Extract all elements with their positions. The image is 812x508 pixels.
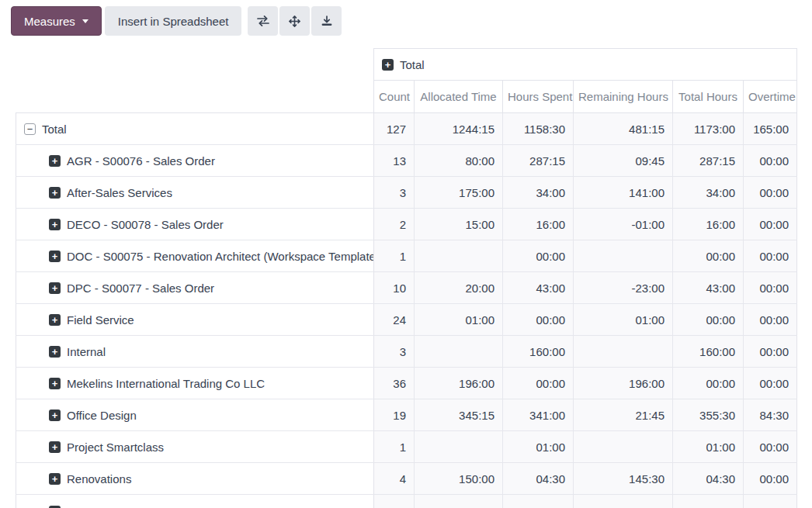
pivot-value-cell: 160:00 xyxy=(673,336,744,368)
pivot-value-cell: 00:00 xyxy=(503,240,574,272)
row-header-label: AGR - S00076 - Sales Order xyxy=(67,154,215,168)
pivot-value-cell: 43:00 xyxy=(503,272,574,304)
expand-plus-icon: + xyxy=(382,59,394,71)
row-header[interactable]: +DPC - S00077 - Sales Order xyxy=(16,272,374,304)
pivot-value-cell: 04:30 xyxy=(673,463,744,495)
pivot-value-cell: 287:15 xyxy=(503,145,574,177)
chevron-down-icon xyxy=(82,19,88,23)
row-header-label: DECO - S00078 - Sales Order xyxy=(67,218,224,231)
row-header[interactable]: +DOC - S00075 - Renovation Architect (Wo… xyxy=(16,240,374,272)
row-header[interactable]: +Renovations xyxy=(16,463,374,495)
expand-plus-icon: + xyxy=(49,219,61,230)
measure-header-hours-spent[interactable]: Hours Spent xyxy=(503,81,574,113)
pivot-value-cell: 1 xyxy=(374,431,415,463)
row-header[interactable]: +DECO - S00078 - Sales Order xyxy=(16,209,374,240)
row-header[interactable]: +Mekelins International Trading Co LLC xyxy=(16,368,374,399)
pivot-value-cell: 84:30 xyxy=(744,399,797,431)
pivot-value-cell: 1158:30 xyxy=(503,113,574,145)
pivot-value-cell: 4 xyxy=(374,463,415,495)
pivot-value-cell: 00:00 xyxy=(503,304,574,336)
row-header[interactable]: + xyxy=(16,495,374,508)
measure-header-allocated-time[interactable]: Allocated Time xyxy=(415,81,503,113)
pivot-value-cell: 00:00 xyxy=(744,240,797,272)
row-header-label: Renovations xyxy=(67,472,131,486)
pivot-value-cell: 1173:00 xyxy=(673,113,744,145)
pivot-value-cell: 00:00 xyxy=(744,463,797,495)
expand-plus-icon: + xyxy=(49,282,61,294)
pivot-value-cell: 165:00 xyxy=(744,113,797,145)
row-header-label: Office Design xyxy=(67,409,137,422)
expand-plus-icon: + xyxy=(49,506,61,508)
pivot-view-page: Measures Insert in Spreadsheet xyxy=(0,0,812,508)
download-icon xyxy=(321,15,333,27)
expand-plus-icon: + xyxy=(49,378,61,389)
header-spacer xyxy=(16,49,374,81)
pivot-value-cell: -23:00 xyxy=(574,272,673,304)
row-header-label: Mekelins International Trading Co LLC xyxy=(67,377,265,390)
measures-button[interactable]: Measures xyxy=(11,6,102,36)
row-header[interactable]: −Total xyxy=(16,113,374,145)
pivot-value-cell: 341:00 xyxy=(503,399,574,431)
row-header[interactable]: +Project Smartclass xyxy=(16,431,374,463)
table-row: +Project Smartclass101:0001:0000:00 xyxy=(16,431,797,463)
pivot-value-cell: 2 xyxy=(374,209,415,240)
row-header[interactable]: +AGR - S00076 - Sales Order xyxy=(16,145,374,177)
table-row: +DOC - S00075 - Renovation Architect (Wo… xyxy=(16,240,797,272)
measure-header-remaining-hours[interactable]: Remaining Hours xyxy=(574,81,673,113)
flip-axis-button[interactable] xyxy=(248,6,278,36)
pivot-value-cell xyxy=(574,336,673,368)
row-header-label: DPC - S00077 - Sales Order xyxy=(67,282,214,295)
pivot-value-cell: 287:15 xyxy=(673,145,744,177)
expand-plus-icon: + xyxy=(49,251,61,262)
table-row: +DPC - S00077 - Sales Order1020:0043:00-… xyxy=(16,272,797,304)
column-group-total-header[interactable]: + Total xyxy=(374,49,797,81)
expand-plus-icon: + xyxy=(49,187,61,199)
pivot-value-cell: 00:00 xyxy=(673,368,744,399)
pivot-value-cell xyxy=(415,240,503,272)
expand-plus-icon: + xyxy=(49,314,61,326)
pivot-value-cell xyxy=(673,495,744,508)
pivot-value-cell: 34:00 xyxy=(503,177,574,209)
expand-plus-icon: + xyxy=(49,441,61,453)
row-header[interactable]: +Internal xyxy=(16,336,374,368)
pivot-value-cell: 127 xyxy=(374,113,415,145)
pivot-value-cell xyxy=(415,495,503,508)
pivot-value-cell: 20:00 xyxy=(415,272,503,304)
measure-header-total-hours[interactable]: Total Hours xyxy=(673,81,744,113)
column-group-row: + Total xyxy=(16,49,797,81)
insert-in-spreadsheet-button[interactable]: Insert in Spreadsheet xyxy=(105,6,242,36)
row-header[interactable]: +After-Sales Services xyxy=(16,177,374,209)
pivot-value-cell: 196:00 xyxy=(415,368,503,399)
pivot-value-cell: 36 xyxy=(374,368,415,399)
pivot-value-cell xyxy=(415,431,503,463)
pivot-value-cell: 175:00 xyxy=(415,177,503,209)
pivot-value-cell: 00:00 xyxy=(744,431,797,463)
row-header-label: DOC - S00075 - Renovation Architect (Wor… xyxy=(67,250,374,263)
table-row: +Field Service2401:0000:0001:0000:0000:0… xyxy=(16,304,797,336)
row-header[interactable]: +Field Service xyxy=(16,304,374,336)
table-row: +Office Design19345:15341:0021:45355:308… xyxy=(16,399,797,431)
row-header-label: Project Smartclass xyxy=(67,441,164,454)
expand-all-icon xyxy=(288,15,301,28)
pivot-value-cell: 3 xyxy=(374,336,415,368)
pivot-value-cell: 1 xyxy=(374,240,415,272)
row-header[interactable]: +Office Design xyxy=(16,399,374,431)
pivot-value-cell: 43:00 xyxy=(673,272,744,304)
expand-all-button[interactable] xyxy=(279,6,310,36)
pivot-value-cell xyxy=(744,495,797,508)
expand-plus-icon: + xyxy=(49,155,61,167)
download-button[interactable] xyxy=(311,6,342,36)
pivot-value-cell xyxy=(374,495,415,508)
row-header-label: After-Sales Services xyxy=(67,186,172,199)
table-row: +After-Sales Services3175:0034:00141:003… xyxy=(16,177,797,209)
pivot-value-cell: 24 xyxy=(374,304,415,336)
measure-header-count[interactable]: Count xyxy=(374,81,415,113)
flip-axis-icon xyxy=(256,15,270,27)
pivot-value-cell: 00:00 xyxy=(673,240,744,272)
table-row: +DECO - S00078 - Sales Order215:0016:00-… xyxy=(16,209,797,240)
expand-plus-icon: + xyxy=(49,346,61,358)
pivot-value-cell: 00:00 xyxy=(744,272,797,304)
pivot-value-cell: -01:00 xyxy=(574,209,673,240)
measure-header-overtime[interactable]: Overtime xyxy=(744,81,797,113)
pivot-value-cell xyxy=(574,495,673,508)
